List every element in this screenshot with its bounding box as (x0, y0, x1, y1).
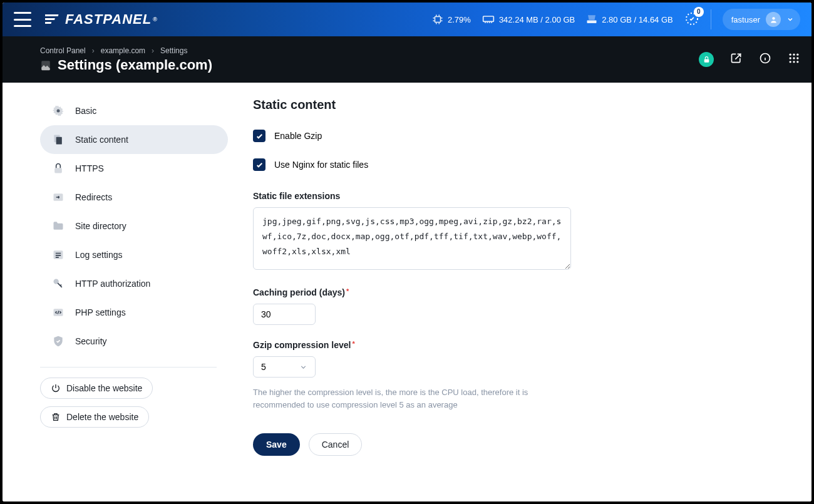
sidebar-item-basic[interactable]: Basic (40, 96, 228, 125)
power-icon (51, 383, 61, 393)
svg-point-14 (790, 57, 791, 59)
logo-icon (45, 13, 61, 26)
gear-icon (51, 104, 65, 118)
code-icon (51, 306, 65, 319)
notification-badge: 0 (694, 7, 704, 17)
image-icon (40, 59, 51, 71)
breadcrumb-item[interactable]: example.com (101, 46, 145, 55)
sidebar-item-label: PHP settings (75, 307, 126, 317)
sidebar-item-https[interactable]: HTTPS (40, 154, 228, 183)
chevron-down-icon (299, 363, 307, 371)
lock-icon (51, 162, 65, 175)
top-bar: FASTPANEL® 2.79% 342.24 MB / 2.00 GB 2.8… (3, 3, 811, 36)
help-text: The higher the compression level is, the… (253, 386, 554, 411)
sidebar-item-http-authorization[interactable]: HTTP authorization (40, 269, 228, 298)
sidebar-item-label: HTTP authorization (75, 279, 150, 289)
extensions-label: Static file extensions (253, 191, 779, 201)
sidebar-item-label: Security (75, 336, 107, 346)
disable-website-button[interactable]: Disable the website (40, 378, 153, 399)
notifications-button[interactable]: 0 (684, 11, 699, 28)
sidebar-item-label: Log settings (75, 250, 123, 260)
ssl-badge[interactable] (699, 52, 714, 67)
sidebar-item-php-settings[interactable]: PHP settings (40, 298, 228, 327)
gzip-level-select[interactable]: 5 (253, 356, 316, 378)
sidebar-item-label: Site directory (75, 221, 126, 231)
breadcrumb-item[interactable]: Settings (160, 46, 187, 55)
svg-rect-1 (45, 18, 55, 20)
svg-rect-23 (54, 168, 62, 173)
brand-logo[interactable]: FASTPANEL® (45, 11, 158, 28)
svg-rect-0 (45, 14, 58, 16)
caching-period-label: Caching period (days)* (253, 287, 779, 297)
trash-icon (51, 412, 61, 422)
page-title: Settings (example.com) (40, 57, 212, 73)
divider (40, 367, 217, 368)
sidebar-item-label: Basic (75, 106, 96, 116)
cpu-stat[interactable]: 2.79% (432, 14, 471, 25)
enable-gzip-checkbox[interactable] (253, 130, 265, 142)
cpu-icon (432, 14, 443, 25)
sidebar-item-redirects[interactable]: Redirects (40, 183, 228, 212)
sidebar-item-site-directory[interactable]: Site directory (40, 212, 228, 240)
svg-point-7 (772, 17, 775, 19)
page-header: Control Panel › example.com › Settings S… (3, 36, 811, 83)
svg-rect-22 (56, 137, 62, 145)
menu-toggle-button[interactable] (14, 12, 31, 27)
svg-rect-2 (45, 22, 51, 24)
folder-icon (51, 219, 65, 233)
svg-rect-3 (435, 17, 441, 23)
delete-website-button[interactable]: Delete the website (40, 406, 149, 428)
save-button[interactable]: Save (253, 433, 300, 456)
user-menu[interactable]: fastuser (723, 9, 800, 30)
static-extensions-textarea[interactable] (253, 207, 571, 270)
caching-period-input[interactable] (253, 304, 316, 325)
sidebar-item-static-content[interactable]: Static content (40, 125, 228, 154)
sidebar-item-label: Redirects (75, 192, 112, 202)
checkbox-label: Enable Gzip (274, 131, 322, 141)
svg-rect-5 (587, 21, 597, 24)
shield-icon (51, 334, 65, 348)
breadcrumb-item[interactable]: Control Panel (40, 46, 86, 55)
chevron-right-icon: › (152, 46, 154, 55)
key-icon (51, 277, 65, 291)
chevron-right-icon: › (92, 46, 95, 55)
disk-icon (586, 14, 597, 25)
info-button[interactable] (759, 52, 771, 67)
disk-stat[interactable]: 2.80 GB / 14.64 GB (586, 14, 672, 25)
svg-point-16 (796, 57, 798, 59)
svg-point-19 (796, 61, 798, 63)
open-site-button[interactable] (730, 52, 743, 67)
apps-grid-button[interactable] (788, 52, 800, 67)
file-text-icon (51, 133, 65, 147)
breadcrumb: Control Panel › example.com › Settings (40, 46, 212, 55)
sidebar-item-label: HTTPS (75, 163, 104, 173)
svg-point-15 (793, 57, 795, 59)
gzip-level-label: Gzip compression level* (253, 340, 779, 350)
section-heading: Static content (253, 98, 779, 112)
svg-point-12 (793, 54, 795, 56)
ram-icon (482, 15, 495, 24)
sidebar-item-log-settings[interactable]: Log settings (40, 240, 228, 269)
sidebar-item-label: Static content (75, 135, 128, 145)
svg-point-11 (790, 54, 791, 56)
list-icon (51, 248, 65, 262)
checkbox-label: Use Nginx for static files (274, 160, 368, 170)
use-nginx-checkbox[interactable] (253, 158, 265, 171)
cancel-button[interactable]: Cancel (309, 433, 363, 456)
svg-point-13 (796, 54, 798, 56)
ram-stat[interactable]: 342.24 MB / 2.00 GB (482, 15, 575, 24)
settings-sidebar: Basic Static content HTTPS Redirects Sit… (3, 83, 228, 501)
svg-rect-4 (483, 16, 494, 21)
svg-rect-9 (704, 59, 709, 62)
chevron-down-icon (786, 16, 794, 23)
main-panel: Static content Enable Gzip Use Nginx for… (228, 83, 804, 501)
avatar-icon (766, 12, 781, 27)
svg-point-17 (790, 61, 791, 63)
redirect-icon (51, 190, 65, 204)
sidebar-item-security[interactable]: Security (40, 327, 228, 356)
svg-point-18 (793, 61, 795, 63)
